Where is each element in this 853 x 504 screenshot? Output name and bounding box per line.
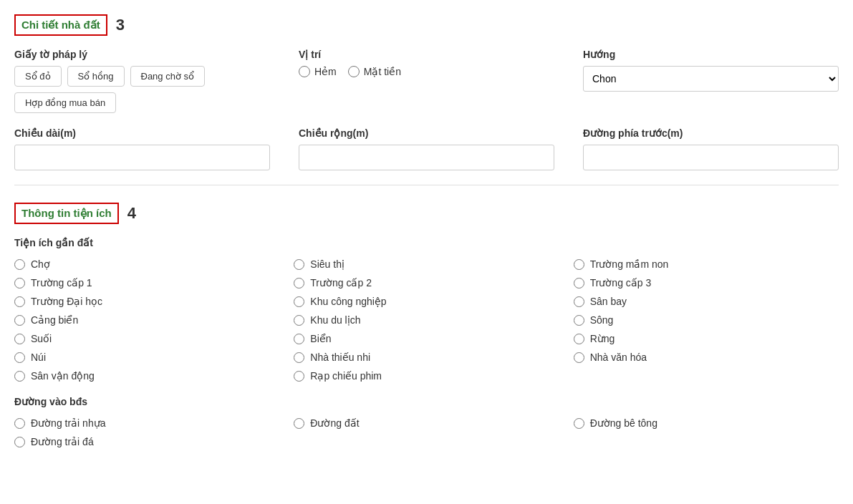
section-3-number: 3 xyxy=(116,16,125,34)
radio-hem[interactable] xyxy=(299,66,310,77)
chieu-dai-group: Chiều dài(m) xyxy=(14,127,270,170)
chieu-dai-label: Chiều dài(m) xyxy=(14,127,270,139)
label-cang-bien: Cảng biển xyxy=(31,314,78,326)
radio-cho[interactable] xyxy=(14,259,25,270)
label-khu-du-lich: Khu du lịch xyxy=(310,314,360,326)
empty-cell-2 xyxy=(294,436,559,447)
vi-tri-hem[interactable]: Hẻm xyxy=(299,66,337,77)
label-rap-chieu-phim: Rạp chiếu phim xyxy=(310,370,382,382)
tien-ich-gan-dat-title: Tiện ích gần đất xyxy=(14,237,839,248)
radio-truong-mam-non[interactable] xyxy=(574,259,584,270)
radio-duong-be-tong[interactable] xyxy=(574,418,584,429)
radio-cang-bien[interactable] xyxy=(14,315,25,326)
radio-khu-du-lich[interactable] xyxy=(294,315,304,326)
radio-nha-thieu-nhi[interactable] xyxy=(294,352,304,363)
chieu-rong-group: Chiều rộng(m) xyxy=(299,127,554,170)
label-khu-cong-nghiep: Khu công nghiệp xyxy=(310,296,386,307)
item-khu-cong-nghiep[interactable]: Khu công nghiệp xyxy=(294,296,559,307)
mat-tien-label: Mặt tiền xyxy=(364,66,401,77)
item-san-van-dong[interactable]: Sân vận động xyxy=(14,370,279,382)
item-rung[interactable]: Rừng xyxy=(574,333,839,344)
item-duong-trai-da[interactable]: Đường trải đá xyxy=(14,436,279,447)
item-duong-dat[interactable]: Đường đất xyxy=(294,417,559,429)
label-truong-cap-2: Trường cấp 2 xyxy=(310,277,372,289)
duong-phia-truoc-input[interactable] xyxy=(583,145,839,170)
radio-sieu-thi[interactable] xyxy=(294,259,304,270)
label-nha-thieu-nhi: Nhà thiếu nhi xyxy=(310,352,370,363)
hem-label: Hẻm xyxy=(314,66,337,77)
chieu-rong-input[interactable] xyxy=(299,145,554,170)
item-truong-cap-3[interactable]: Trường cấp 3 xyxy=(574,277,839,289)
btn-hop-dong[interactable]: Hợp đồng mua bán xyxy=(14,92,116,113)
label-truong-cap-1: Trường cấp 1 xyxy=(31,277,92,289)
radio-rap-chieu-phim[interactable] xyxy=(294,371,304,382)
label-cho: Chợ xyxy=(31,258,50,270)
radio-nui[interactable] xyxy=(14,352,25,363)
vi-tri-mat-tien[interactable]: Mặt tiền xyxy=(348,66,401,77)
duong-vao-bds-section: Đường vào bđs Đường trải nhựa Đường đất … xyxy=(14,396,839,447)
label-duong-be-tong: Đường bê tông xyxy=(590,417,657,429)
radio-duong-trai-nhua[interactable] xyxy=(14,418,25,429)
btn-dang-cho-so[interactable]: Đang chờ sổ xyxy=(130,66,206,87)
item-cho[interactable]: Chợ xyxy=(14,258,279,270)
item-nha-van-hoa[interactable]: Nhà văn hóa xyxy=(574,352,839,363)
item-truong-mam-non[interactable]: Trường mầm non xyxy=(574,258,839,270)
label-suoi: Suối xyxy=(31,333,52,344)
chieu-rong-label: Chiều rộng(m) xyxy=(299,127,554,139)
item-truong-dai-hoc[interactable]: Trường Đại học xyxy=(14,296,279,307)
radio-rung[interactable] xyxy=(574,334,584,344)
label-duong-trai-nhua: Đường trải nhựa xyxy=(31,417,105,429)
huong-label: Hướng xyxy=(583,49,839,60)
radio-khu-cong-nghiep[interactable] xyxy=(294,296,304,307)
item-rap-chieu-phim[interactable]: Rạp chiếu phim xyxy=(294,370,559,382)
giay-to-label: Giấy tờ pháp lý xyxy=(14,49,270,60)
item-sieu-thi[interactable]: Siêu thị xyxy=(294,258,559,270)
btn-so-do[interactable]: Sổ đỏ xyxy=(14,66,62,87)
label-song: Sông xyxy=(590,314,614,326)
label-rung: Rừng xyxy=(590,333,615,344)
item-nui[interactable]: Núi xyxy=(14,352,279,363)
radio-song[interactable] xyxy=(574,315,584,326)
radio-truong-cap-1[interactable] xyxy=(14,278,25,289)
form-row-1: Giấy tờ pháp lý Sổ đỏ Sổ hồng Đang chờ s… xyxy=(14,49,839,113)
vi-tri-group: Vị trí Hẻm Mặt tiền xyxy=(299,49,554,77)
radio-truong-cap-2[interactable] xyxy=(294,278,304,289)
label-sieu-thi: Siêu thị xyxy=(310,258,344,270)
radio-duong-dat[interactable] xyxy=(294,418,304,429)
btn-so-hong[interactable]: Sổ hồng xyxy=(67,66,125,87)
radio-duong-trai-da[interactable] xyxy=(14,437,25,447)
duong-phia-truoc-group: Đường phía trước(m) xyxy=(583,127,839,170)
item-duong-trai-nhua[interactable]: Đường trải nhựa xyxy=(14,417,279,429)
label-bien: Biển xyxy=(310,333,331,344)
form-row-2: Chiều dài(m) Chiều rộng(m) Đường phía tr… xyxy=(14,127,839,170)
section-3-header: Chi tiết nhà đất 3 xyxy=(14,14,839,36)
item-suoi[interactable]: Suối xyxy=(14,333,279,344)
item-san-bay[interactable]: Sân bay xyxy=(574,296,839,307)
section-4-header: Thông tin tiện ích 4 xyxy=(14,203,839,224)
vi-tri-label: Vị trí xyxy=(299,49,554,60)
section-4-title: Thông tin tiện ích xyxy=(14,203,119,224)
radio-san-van-dong[interactable] xyxy=(14,371,25,382)
item-duong-be-tong[interactable]: Đường bê tông xyxy=(574,417,839,429)
label-san-van-dong: Sân vận động xyxy=(31,370,95,382)
item-nha-thieu-nhi[interactable]: Nhà thiếu nhi xyxy=(294,352,559,363)
radio-bien[interactable] xyxy=(294,334,304,344)
item-bien[interactable]: Biển xyxy=(294,333,559,344)
item-truong-cap-1[interactable]: Trường cấp 1 xyxy=(14,277,279,289)
tien-ich-grid: Chợ Siêu thị Trường mầm non Trường cấp 1… xyxy=(14,258,839,382)
radio-mat-tien[interactable] xyxy=(348,66,360,77)
radio-nha-van-hoa[interactable] xyxy=(574,352,584,363)
item-cang-bien[interactable]: Cảng biển xyxy=(14,314,279,326)
section-4-number: 4 xyxy=(127,204,136,223)
radio-suoi[interactable] xyxy=(14,334,25,344)
item-khu-du-lich[interactable]: Khu du lịch xyxy=(294,314,559,326)
chieu-dai-input[interactable] xyxy=(14,145,270,170)
label-nui: Núi xyxy=(31,352,46,363)
item-song[interactable]: Sông xyxy=(574,314,839,326)
radio-truong-dai-hoc[interactable] xyxy=(14,296,25,307)
huong-select[interactable]: Chon Đông Tây Nam Bắc Đông Nam Đông Bắc … xyxy=(583,66,839,92)
radio-san-bay[interactable] xyxy=(574,296,584,307)
item-truong-cap-2[interactable]: Trường cấp 2 xyxy=(294,277,559,289)
radio-truong-cap-3[interactable] xyxy=(574,278,584,289)
label-nha-van-hoa: Nhà văn hóa xyxy=(590,352,647,363)
